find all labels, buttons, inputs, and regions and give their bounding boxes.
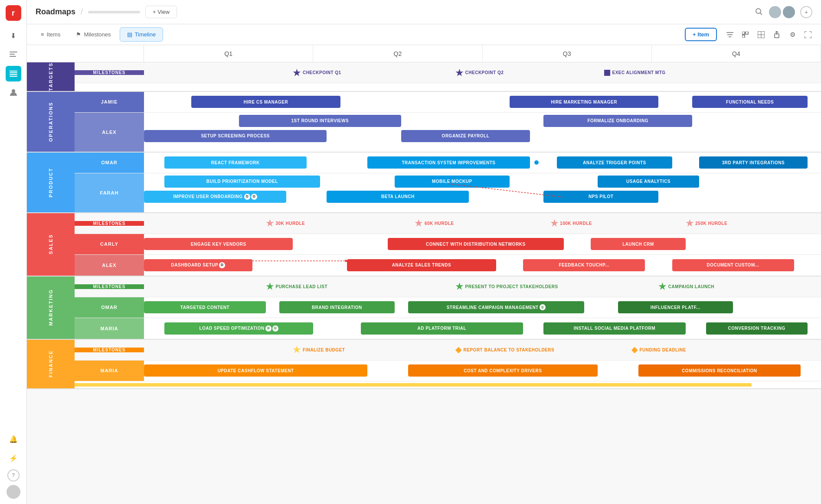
sidebar-icon-bell[interactable]: 🔔 bbox=[6, 431, 21, 447]
sidebar-icon-person[interactable] bbox=[6, 85, 21, 101]
jamie-bars: HIRE CS MANAGER HIRE MARKETING MANAGER F… bbox=[144, 92, 821, 112]
items-tab-icon: ≡ bbox=[41, 31, 44, 38]
sidebar-icon-timeline[interactable] bbox=[6, 66, 21, 81]
label-spacer bbox=[27, 45, 144, 62]
milestone-checkpoint-q1[interactable]: ★ CHECKPOINT Q1 bbox=[293, 68, 341, 78]
export-icon[interactable] bbox=[771, 29, 783, 41]
bar-social-media[interactable]: INSTALL SOCIAL MEDIA PLATFORM bbox=[543, 322, 686, 335]
targets-rows: MILESTONES ★ CHECKPOINT Q1 ★ CHECKPOINT … bbox=[75, 62, 821, 91]
add-view-button[interactable]: + View bbox=[145, 6, 177, 18]
milestone-30k[interactable]: ★ 30K HURDLE bbox=[266, 218, 305, 228]
bar-feedback[interactable]: FEEDBACK TOUCHP... bbox=[523, 259, 645, 271]
svg-rect-3 bbox=[10, 71, 17, 72]
milestone-250k[interactable]: ★ 250K HURDLE bbox=[686, 218, 727, 228]
timeline-container[interactable]: Q1 Q2 Q3 Q4 TARGETS MILESTONES ★ bbox=[27, 45, 821, 504]
finance-maria-row: MARIA UPDATE CASHFLOW STATEMENT COST AND… bbox=[75, 361, 821, 381]
bar-brand-integration[interactable]: BRAND INTEGRATION bbox=[279, 301, 394, 313]
search-icon[interactable] bbox=[755, 8, 764, 16]
jamie-label: JAMIE bbox=[75, 92, 144, 112]
bar-ad-platform[interactable]: AD PLATFORM TRIAL bbox=[361, 322, 523, 335]
bar-improve-onboarding[interactable]: IMPROVE USER ONBOARDING ① ① bbox=[144, 191, 286, 203]
milestone-100k[interactable]: ★ 100K HURDLE bbox=[550, 218, 592, 228]
milestone-budget-label: FINALIZE BUDGET bbox=[303, 348, 345, 352]
milestone-60k[interactable]: ★ 60K HURDLE bbox=[415, 218, 454, 228]
bar-dashboard[interactable]: DASHBOARD SETUP ② bbox=[144, 259, 252, 271]
sales-milestones-row: MILESTONES ★ 30K HURDLE ★ 60K HURDLE bbox=[75, 213, 821, 234]
bar-commissions[interactable]: COMMISSIONS RECONCILIATION bbox=[638, 364, 801, 377]
bar-hire-cs-manager[interactable]: HIRE CS MANAGER bbox=[191, 96, 340, 108]
user-avatar[interactable] bbox=[7, 485, 20, 499]
milestone-purchase-lead[interactable]: ★ PURCHASE LEAD LIST bbox=[266, 281, 327, 292]
bar-formalize[interactable]: FORMALIZE ONBOARDING bbox=[543, 115, 692, 127]
milestone-checkpoint-q2-label: CHECKPOINT Q2 bbox=[465, 70, 504, 75]
bar-hire-marketing-manager[interactable]: HIRE MARKETING MANAGER bbox=[510, 96, 658, 108]
bar-cashflow[interactable]: UPDATE CASHFLOW STATEMENT bbox=[144, 364, 367, 377]
bar-screening[interactable]: SETUP SCREENING PROCESS bbox=[144, 130, 327, 142]
tab-milestones[interactable]: ⚑ Milestones bbox=[69, 28, 118, 41]
bar-build-prio[interactable]: BUILD PRIORITIZATION MODEL bbox=[164, 176, 320, 188]
svg-rect-5 bbox=[10, 74, 17, 75]
fullscreen-icon[interactable] bbox=[802, 29, 814, 41]
alex-sales-bars: DASHBOARD SETUP ② ANALYZE SALES TRENDS F… bbox=[144, 255, 821, 276]
sidebar-icon-bolt[interactable]: ⚡ bbox=[6, 450, 21, 466]
svg-point-7 bbox=[12, 89, 15, 93]
add-user-button[interactable]: + bbox=[800, 6, 812, 18]
maria-finance-bars: UPDATE CASHFLOW STATEMENT COST AND COMPL… bbox=[144, 361, 821, 381]
svg-rect-13 bbox=[742, 32, 745, 34]
add-item-button[interactable]: + Item bbox=[685, 28, 717, 41]
milestone-checkpoint-q1-label: CHECKPOINT Q1 bbox=[303, 70, 341, 75]
bar-document[interactable]: DOCUMENT CUSTOM... bbox=[672, 259, 794, 271]
bar-analyze-trigger[interactable]: ANALYZE TRIGGER POINTS bbox=[557, 156, 672, 169]
bar-interviews[interactable]: 1ST ROUND INTERVIEWS bbox=[239, 115, 402, 127]
milestone-exec-alignment[interactable]: EXEC ALIGNMENT MTG bbox=[604, 70, 665, 76]
user-avatar-1[interactable] bbox=[769, 6, 781, 18]
sales-rows: MILESTONES ★ 30K HURDLE ★ 60K HURDLE bbox=[75, 213, 821, 276]
svg-rect-0 bbox=[10, 52, 17, 52]
bar-influencer[interactable]: INFLUENCER PLATF... bbox=[618, 301, 733, 313]
user-avatar-2[interactable] bbox=[783, 6, 795, 18]
tab-timeline[interactable]: ▤ Timeline bbox=[120, 27, 164, 42]
bar-mobile[interactable]: MOBILE MOCKUP bbox=[395, 176, 510, 188]
milestone-present-stakeholders[interactable]: ★ PRESENT TO PROJECT STAKEHOLDERS bbox=[455, 281, 558, 292]
bar-conversion[interactable]: CONVERSION TRACKING bbox=[706, 322, 808, 335]
app-logo[interactable]: r bbox=[6, 5, 21, 21]
milestone-funding-deadline[interactable]: ◆ FUNDING DEADLINE bbox=[631, 345, 686, 354]
sidebar-icon-help[interactable]: ? bbox=[7, 469, 20, 481]
bar-3rd-party[interactable]: 3RD PARTY INTEGRATIONS bbox=[699, 156, 808, 169]
section-targets: TARGETS MILESTONES ★ CHECKPOINT Q1 ★ bbox=[27, 62, 821, 92]
bar-payroll[interactable]: ORGANIZE PAYROLL bbox=[401, 130, 530, 142]
bar-cost-drivers[interactable]: COST AND COMPLEXITY DRIVERS bbox=[408, 364, 598, 377]
sales-label: SALES bbox=[48, 234, 53, 254]
bar-functional-needs[interactable]: FUNCTIONAL NEEDS bbox=[692, 96, 807, 108]
milestone-finalize-budget[interactable]: ★ FINALIZE BUDGET bbox=[293, 345, 345, 355]
milestone-250k-label: 250K HURDLE bbox=[695, 221, 727, 226]
badge-2: ① bbox=[251, 194, 257, 200]
layout-icon[interactable] bbox=[739, 29, 752, 41]
bar-targeted-content[interactable]: TARGETED CONTENT bbox=[144, 301, 266, 313]
bar-react[interactable]: REACT FRAMEWORK bbox=[164, 156, 307, 169]
filter-icon[interactable] bbox=[724, 29, 736, 41]
sales-alex-row: ALEX DASHBOARD SETUP ② ANALYZE SALES TRE… bbox=[75, 255, 821, 276]
finance-milestones-bars: ★ FINALIZE BUDGET ◆ REPORT BALANCE TO ST… bbox=[144, 340, 821, 360]
bar-engage-vendors[interactable]: ENGAGE KEY VENDORS bbox=[144, 238, 293, 250]
user-avatars bbox=[769, 6, 795, 18]
grid-icon[interactable] bbox=[755, 29, 767, 41]
bar-usage-analytics[interactable]: USAGE ANALYTICS bbox=[598, 176, 699, 188]
bar-launch-crm[interactable]: LAUNCH CRM bbox=[591, 238, 686, 250]
milestone-exec-label: EXEC ALIGNMENT MTG bbox=[612, 70, 665, 75]
settings-icon[interactable]: ⚙ bbox=[786, 29, 798, 41]
bar-transaction[interactable]: TRANSACTION SYSTEM IMPROVEMENTS bbox=[367, 156, 530, 169]
milestone-report-balance[interactable]: ◆ REPORT BALANCE TO STAKEHOLDERS bbox=[455, 345, 554, 354]
sidebar-icon-download[interactable]: ⬇ bbox=[6, 28, 21, 43]
bar-connect-dist[interactable]: CONNECT WITH DISTRIBUTION NETWORKS bbox=[388, 238, 564, 250]
bar-load-speed[interactable]: LOAD SPEED OPTIMIZATION ② ① bbox=[164, 322, 313, 335]
sidebar-icon-list[interactable] bbox=[6, 47, 21, 62]
bar-nps-pilot[interactable]: NPS PILOT bbox=[543, 191, 658, 203]
farah-label: FARAH bbox=[75, 173, 144, 212]
bar-sales-trends[interactable]: ANALYZE SALES TRENDS bbox=[347, 259, 496, 271]
bar-streamline[interactable]: STREAMLINE CAMPAIGN MANAGEMENT ① bbox=[408, 301, 584, 313]
milestone-campaign-launch[interactable]: ★ CAMPAIGN LAUNCH bbox=[658, 281, 714, 292]
tab-items[interactable]: ≡ Items bbox=[34, 28, 67, 41]
bar-beta-launch[interactable]: BETA LAUNCH bbox=[327, 191, 469, 203]
milestone-checkpoint-q2[interactable]: ★ CHECKPOINT Q2 bbox=[455, 68, 504, 78]
